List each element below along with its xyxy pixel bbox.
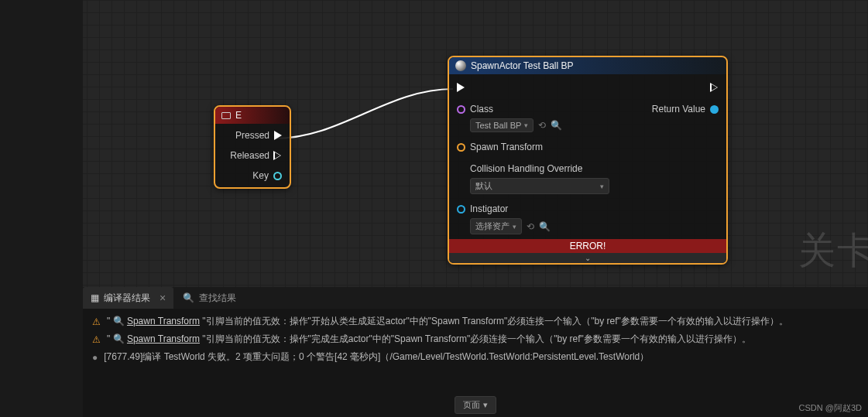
message-link[interactable]: Spawn Transform — [127, 333, 200, 344]
data-pin-icon — [710, 105, 719, 114]
message-text: " 🔍 Spawn Transform "引脚当前的值无效：操作"开始从类生成延… — [107, 315, 788, 328]
exec-in-pin[interactable] — [457, 80, 652, 94]
pin-released[interactable]: Released — [223, 149, 282, 162]
tab-icon: ▦ — [91, 292, 99, 303]
pin-spawn-transform[interactable]: Spawn Transform — [457, 140, 652, 154]
node-spawn-actor[interactable]: SpawnActor Test Ball BP Class Test Ball … — [448, 56, 728, 265]
search-icon[interactable]: 🔍 — [539, 221, 551, 232]
chevron-down-icon: ▾ — [483, 400, 488, 410]
node-title: E — [235, 110, 242, 121]
blueprint-graph[interactable]: E Pressed Released Key SpawnActor Test B… — [0, 0, 868, 287]
bullet-icon: ● — [92, 352, 98, 363]
warning-icon: ⚠ — [92, 334, 101, 345]
page-dropdown[interactable]: 页面 ▾ — [455, 396, 496, 414]
chevron-down-icon: ▾ — [513, 223, 516, 231]
reset-icon[interactable]: ⟲ — [527, 221, 534, 232]
reset-icon[interactable]: ⟲ — [538, 120, 546, 131]
warning-icon: ⚠ — [92, 316, 101, 327]
credits-text: CSDN @阿赵3D — [799, 402, 862, 414]
keyboard-icon — [221, 112, 231, 119]
message-row[interactable]: ● [7677.49]编译 TestWorld 失败。2 项重大问题；0 个警告… — [92, 350, 859, 364]
class-dropdown[interactable]: Test Ball BP ▾ — [470, 118, 533, 132]
data-pin-icon[interactable] — [457, 205, 465, 214]
search-icon: 🔍 — [113, 333, 125, 344]
watermark-text: 关卡 — [798, 226, 868, 275]
node-header: E — [215, 107, 290, 124]
node-header: SpawnActor Test Ball BP — [449, 57, 726, 74]
instigator-dropdown[interactable]: 选择资产 ▾ — [470, 218, 522, 234]
exec-wire — [0, 0, 868, 287]
message-text: " 🔍 Spawn Transform "引脚当前的值无效：操作"完成生成act… — [107, 333, 751, 346]
node-error-bar: ERROR! — [449, 239, 726, 253]
close-icon[interactable]: × — [160, 292, 166, 304]
instigator-param: Instigator 选择资产 ▾ ⟲ 🔍 — [457, 202, 652, 239]
class-param: Class Test Ball BP ▾ ⟲ 🔍 — [457, 102, 652, 132]
tab-compiler-results[interactable]: ▦ 编译器结果 × — [83, 287, 173, 309]
collision-dropdown[interactable]: 默认 ▾ — [470, 178, 609, 194]
message-link[interactable]: Spawn Transform — [127, 316, 200, 326]
chevron-down-icon: ▾ — [524, 121, 528, 129]
exec-pin-icon — [457, 83, 465, 92]
exec-pin-icon — [711, 83, 719, 92]
message-row[interactable]: ⚠ " 🔍 Spawn Transform "引脚当前的值无效：操作"完成生成a… — [92, 333, 859, 346]
node-input-key-e[interactable]: E Pressed Released Key — [214, 105, 291, 189]
search-icon[interactable]: 🔍 — [551, 120, 562, 131]
chevron-down-icon: ▾ — [600, 183, 604, 190]
message-list: ⚠ " 🔍 Spawn Transform "引脚当前的值无效：操作"开始从类生… — [83, 309, 868, 370]
node-title: SpawnActor Test Ball BP — [471, 60, 574, 71]
pin-key[interactable]: Key — [223, 169, 282, 183]
search-results-tab[interactable]: 🔍 查找结果 — [173, 292, 245, 305]
actor-icon — [455, 60, 466, 71]
pin-pressed[interactable]: Pressed — [223, 128, 282, 142]
compiler-results-panel: ▦ 编译器结果 × 🔍 查找结果 ⚠ " 🔍 Spawn Transform "… — [83, 287, 868, 417]
tab-label: 编译器结果 — [104, 292, 150, 305]
data-pin-icon — [273, 172, 282, 180]
search-icon: 🔍 — [113, 316, 125, 326]
tab-bar: ▦ 编译器结果 × 🔍 查找结果 — [83, 287, 868, 309]
data-pin-icon[interactable] — [457, 105, 465, 114]
exec-pin-icon — [274, 151, 282, 160]
node-expand-toggle[interactable]: ⌄ — [449, 253, 726, 263]
search-icon: 🔍 — [183, 292, 194, 303]
pin-return-value[interactable]: Return Value — [652, 102, 719, 116]
exec-pin-icon — [274, 131, 282, 140]
data-pin-icon — [457, 143, 465, 152]
left-gutter — [0, 0, 83, 287]
exec-out-pin[interactable] — [711, 80, 719, 94]
message-row[interactable]: ⚠ " 🔍 Spawn Transform "引脚当前的值无效：操作"开始从类生… — [92, 315, 859, 328]
message-text: [7677.49]编译 TestWorld 失败。2 项重大问题；0 个警告[4… — [104, 350, 649, 364]
collision-param: Collision Handling Override 默认 ▾ — [457, 162, 652, 194]
